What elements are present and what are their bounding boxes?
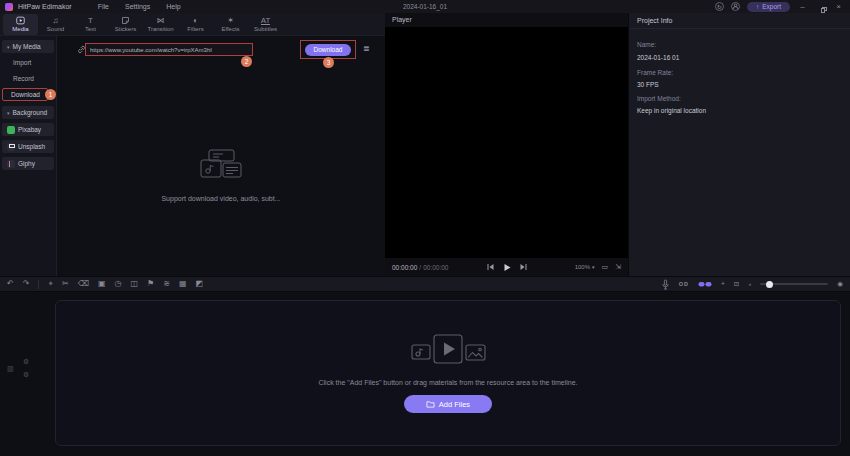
menu-help[interactable]: Help: [166, 3, 180, 10]
track-tile-icon[interactable]: ▥: [7, 365, 14, 373]
menu-file[interactable]: File: [98, 3, 109, 10]
time-separator: /: [419, 264, 421, 271]
track-settings-icon-2[interactable]: ⚙: [23, 371, 29, 379]
fullscreen-icon[interactable]: ⇲: [615, 263, 621, 271]
align-icon[interactable]: +: [721, 277, 725, 291]
caret-down-icon: ▾: [7, 110, 10, 116]
viewport-icon[interactable]: ⊡: [734, 277, 739, 291]
sidebar-import-label: Import: [13, 59, 31, 66]
download-button[interactable]: Download: [305, 44, 351, 56]
annotation-step-1-badge: 1: [45, 89, 56, 100]
add-files-button[interactable]: Add Files: [404, 395, 492, 413]
annotation-step-3-badge: 3: [323, 57, 334, 68]
add-files-label: Add Files: [439, 400, 470, 409]
transition-icon: ⋈: [157, 16, 165, 25]
delete-tool-icon[interactable]: ⌫: [78, 277, 89, 291]
audio-tool-icon[interactable]: ≋: [163, 277, 170, 291]
subtitles-icon: AT: [261, 16, 271, 25]
timeline-zoom-slider[interactable]: [760, 283, 828, 285]
track-settings-icon[interactable]: ⚙: [23, 358, 29, 366]
export-label: Export: [762, 3, 781, 10]
chevron-down-icon: ▾: [592, 264, 595, 270]
app-logo-icon: [5, 3, 13, 11]
tab-sound[interactable]: ♫ Sound: [38, 14, 73, 35]
text-icon: T: [88, 16, 93, 25]
export-arrow-icon: ↑: [756, 3, 759, 10]
sidebar-unsplash-label: Unsplash: [18, 143, 45, 150]
split-tool-icon[interactable]: ✂: [62, 277, 69, 291]
tab-text[interactable]: T Text: [73, 14, 108, 35]
tab-filters[interactable]: ◐ Filters: [178, 14, 213, 35]
timeline-empty-state[interactable]: Click the "Add Files" button or drag mat…: [55, 300, 841, 446]
sidebar-item-import[interactable]: Import: [2, 56, 54, 69]
sidebar-item-my-media[interactable]: ▾ My Media: [2, 40, 54, 53]
speed-tool-icon[interactable]: ◷: [115, 277, 122, 291]
zoom-level-dropdown[interactable]: 100% ▾: [575, 264, 595, 270]
zoom-level-value: 100%: [575, 264, 590, 270]
minimize-button[interactable]: –: [797, 0, 808, 13]
name-value: 2024-01-16 01: [637, 54, 679, 61]
play-button[interactable]: [502, 263, 511, 272]
media-files-illustration: [194, 148, 248, 184]
frame-rate-label: Frame Rate:: [637, 69, 673, 76]
tab-sound-label: Sound: [47, 26, 64, 32]
fit-timeline-icon[interactable]: ◉: [837, 277, 843, 291]
export-button[interactable]: ↑ Export: [747, 2, 790, 12]
tab-text-label: Text: [85, 26, 96, 32]
tab-subtitles[interactable]: AT Subtitles: [248, 14, 283, 35]
sidebar-item-pixabay[interactable]: Pixabay: [2, 123, 54, 136]
player-title: Player: [385, 13, 628, 27]
update-icon[interactable]: ↻: [715, 2, 724, 11]
sidebar-item-record[interactable]: Record: [2, 72, 54, 85]
undo-icon[interactable]: ↶: [7, 277, 14, 291]
prev-frame-button[interactable]: [486, 263, 494, 271]
magnet-snap-icon[interactable]: [698, 280, 712, 288]
import-method-label: Import Method:: [637, 95, 681, 102]
crop-tool-icon[interactable]: ▣: [98, 277, 106, 291]
sidebar-download-label: Download: [11, 91, 40, 98]
caret-down-icon: ▾: [7, 44, 10, 50]
video-preview[interactable]: [385, 27, 628, 258]
sidebar-my-media-label: My Media: [13, 43, 41, 50]
close-button[interactable]: ×: [833, 0, 844, 13]
download-empty-state: Support download video, audio, subt...: [57, 148, 385, 202]
account-icon[interactable]: [731, 2, 740, 11]
sidebar-item-background[interactable]: ▾ Background: [2, 106, 54, 119]
tab-media[interactable]: Media: [3, 14, 38, 35]
marker-tool-icon[interactable]: ⚑: [147, 277, 154, 291]
grid-tool-icon[interactable]: ▦: [179, 277, 187, 291]
player-panel: Player 00:00:00 / 00:00:00 100% ▾: [385, 13, 628, 276]
import-method-value: Keep in original location: [637, 107, 706, 114]
tab-stickers[interactable]: Stickers: [108, 14, 143, 35]
select-tool-icon[interactable]: ⌖: [48, 277, 53, 291]
download-list-icon[interactable]: ≣: [363, 44, 370, 54]
aspect-ratio-icon[interactable]: ▭: [602, 263, 609, 271]
mask-tool-icon[interactable]: ◩: [195, 277, 203, 291]
sidebar-pixabay-label: Pixabay: [18, 126, 41, 133]
zoom-slider-handle[interactable]: [766, 281, 773, 288]
menu-settings[interactable]: Settings: [125, 3, 150, 10]
giphy-icon: [7, 160, 15, 168]
next-frame-button[interactable]: [519, 263, 527, 271]
project-info-title: Project Info: [629, 13, 850, 29]
zoom-out-icon[interactable]: ●: [748, 281, 751, 287]
microphone-icon[interactable]: [661, 279, 670, 290]
sidebar-item-unsplash[interactable]: Unsplash: [2, 140, 54, 153]
video-url-input[interactable]: [85, 43, 253, 56]
sidebar-record-label: Record: [13, 75, 34, 82]
timeline-area: ▥ ⚙ ⚙ Click the "Add Files" button or dr…: [0, 292, 850, 456]
redo-icon[interactable]: ↷: [23, 277, 30, 291]
app-name: HitPaw Edimakor: [18, 3, 72, 10]
tab-transition[interactable]: ⋈ Transition: [143, 14, 178, 35]
download-panel: 2 Download 3 ≣ Support download video, a…: [57, 36, 385, 276]
name-label: Name:: [637, 41, 656, 48]
link-tracks-icon[interactable]: OD: [679, 281, 689, 287]
effects-icon: ✶: [227, 16, 234, 25]
sidebar-item-giphy[interactable]: Giphy: [2, 157, 54, 170]
frame-rate-value: 30 FPS: [637, 81, 659, 88]
timeline-tools: ⌖ ✂ ⌫ ▣ ◷ ◫ ⚑ ≋ ▦ ◩: [48, 277, 203, 291]
pip-tool-icon[interactable]: ◫: [130, 277, 138, 291]
app-window: HitPaw Edimakor File Settings Help 2024-…: [0, 0, 850, 456]
sidebar-item-download[interactable]: Download: [2, 88, 48, 101]
tab-effects[interactable]: ✶ Effects: [213, 14, 248, 35]
